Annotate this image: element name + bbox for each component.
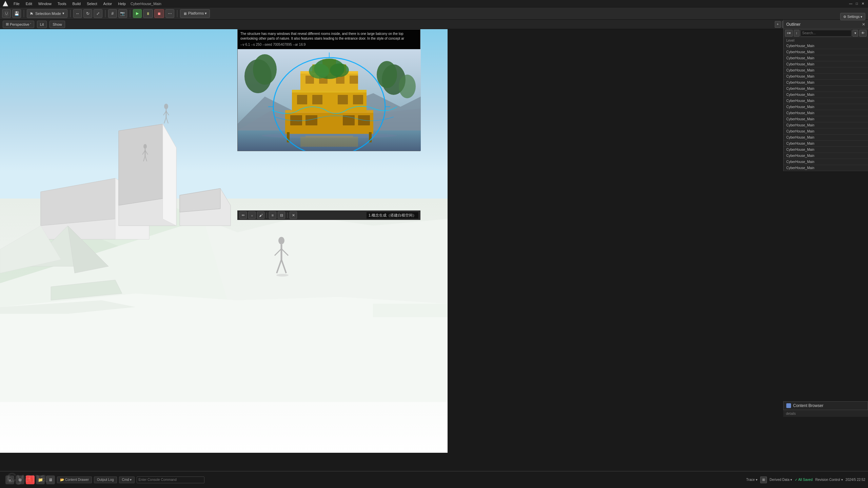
outliner-header: Outliner ✕ [784, 20, 868, 29]
align-right-btn[interactable]: ⊟ [278, 211, 285, 219]
pause-button[interactable]: ⏸ [143, 9, 153, 18]
menu-file[interactable]: File [11, 1, 22, 6]
outliner-item-20[interactable]: CyberHouse_Main [784, 165, 868, 171]
transform-btn[interactable]: ↔ [73, 9, 82, 18]
menu-window[interactable]: Window [36, 1, 54, 6]
outliner-item-14[interactable]: CyberHouse_Main [784, 128, 868, 135]
stop-button[interactable]: ⏹ [154, 9, 164, 18]
outliner-item-11[interactable]: CyberHouse_Main [784, 110, 868, 116]
outliner-title: Outliner [786, 22, 862, 27]
image-editor-toolbar: ✏ ⬦ 🖌 ≡ ⊟ ✕ 1.概念生成（搭建白模空间） [237, 210, 420, 220]
outliner-item-8[interactable]: CyberHouse_Main [784, 92, 868, 98]
save-btn[interactable]: 💾 [12, 9, 21, 18]
minimize-button[interactable]: — [848, 1, 853, 6]
project-name: CyberHouse_Main [131, 2, 161, 6]
outliner-item-7[interactable]: CyberHouse_Main [784, 86, 868, 92]
outliner-item-13[interactable]: CyberHouse_Main [784, 122, 868, 128]
outliner-item-18[interactable]: CyberHouse_Main [784, 153, 868, 159]
app-logo [3, 1, 8, 6]
fill-tool-btn[interactable]: 🖌 [257, 211, 264, 219]
outliner-item-0[interactable]: CyberHouse_Main [784, 43, 868, 49]
unreal-icon[interactable]: U [5, 475, 14, 484]
perspective-dropdown[interactable]: ⊞ Perspective ' [3, 21, 34, 28]
draw-tool-btn[interactable]: ✏ [239, 211, 247, 219]
outliner-filter-btn[interactable]: ≡▾ [785, 30, 793, 37]
play-button[interactable]: ▶ [133, 9, 142, 18]
viewport-3d[interactable]: The structure has many windows that reve… [0, 29, 448, 453]
img-tool-sep-1 [267, 212, 267, 218]
reference-image [238, 49, 421, 151]
more-options-btn[interactable]: ⋯ [165, 9, 174, 18]
outliner-item-3[interactable]: CyberHouse_Main [784, 61, 868, 67]
outliner-close-button[interactable]: ✕ [862, 22, 865, 27]
app-icon-3[interactable]: 🔴 [26, 475, 35, 484]
content-browser-icon [786, 403, 791, 408]
menu-tools[interactable]: Tools [55, 1, 69, 6]
outliner-item-4[interactable]: CyberHouse_Main [784, 67, 868, 74]
svg-rect-79 [300, 137, 358, 147]
outliner-search-input[interactable] [801, 30, 851, 37]
close-button[interactable]: ✕ [861, 1, 865, 6]
outliner-options-btn[interactable]: ▾ [852, 30, 858, 37]
selection-mode-btn[interactable]: Selection Mode ▾ [27, 9, 67, 18]
eraser-tool-btn[interactable]: ⬦ [248, 211, 256, 219]
outliner-item-9[interactable]: CyberHouse_Main [784, 98, 868, 104]
grid-btn[interactable]: # [108, 9, 117, 18]
outliner-item-6[interactable]: CyberHouse_Main [784, 80, 868, 86]
platforms-btn[interactable]: 🖥 Platforms ▾ [180, 9, 210, 18]
content-drawer-btn[interactable]: 📂 Content Drawer [57, 476, 92, 483]
outliner-item-1[interactable]: CyberHouse_Main [784, 49, 868, 55]
scale-btn[interactable]: ⤢ [94, 9, 102, 18]
cmd-dropdown[interactable]: Cmd ▾ [119, 476, 135, 483]
svg-rect-64 [338, 95, 348, 104]
align-left-btn[interactable]: ≡ [269, 211, 276, 219]
outliner-items-list: CyberHouse_Main CyberHouse_Main CyberHou… [784, 43, 868, 171]
floating-reference-panel: The structure has many windows that reve… [237, 29, 420, 151]
outliner-item-16[interactable]: CyberHouse_Main [784, 141, 868, 147]
outliner-item-5[interactable]: CyberHouse_Main [784, 74, 868, 80]
app-icon-5[interactable]: 🖥 [46, 475, 55, 484]
vp-icon-1[interactable]: + [775, 21, 781, 28]
trace-btn[interactable]: Trace ▾ [746, 478, 757, 482]
outliner-eye-btn[interactable]: 👁 [859, 30, 867, 37]
revision-control-btn[interactable]: Revision Control ▾ [815, 478, 843, 482]
menu-select[interactable]: Select [84, 1, 100, 6]
outliner-item-19[interactable]: CyberHouse_Main [784, 159, 868, 165]
status-icon-1[interactable]: ⊞ [760, 476, 767, 483]
menu-actor[interactable]: Actor [101, 1, 115, 6]
svg-point-38 [276, 274, 289, 277]
svg-point-50 [377, 61, 397, 88]
console-input[interactable] [137, 476, 204, 483]
outliner-toolbar: ≡▾ ↕ ▾ 👁 [784, 29, 868, 37]
output-log-btn[interactable]: Output Log [94, 476, 117, 483]
content-browser-panel[interactable]: Content Browser [783, 401, 868, 410]
outliner-level-label: Level [784, 37, 868, 43]
outliner-item-12[interactable]: CyberHouse_Main [784, 116, 868, 122]
svg-point-83 [330, 63, 349, 77]
outliner-sort-btn[interactable]: ↕ [794, 30, 800, 37]
ue-logo-btn[interactable]: U [2, 9, 11, 18]
show-dropdown[interactable]: Show [50, 21, 65, 28]
cam-btn[interactable]: 📷 [118, 9, 127, 18]
main-toolbar: U 💾 Selection Mode ▾ ↔ ↻ ⤢ # 📷 ▶ ⏸ ⏹ ⋯ 🖥… [0, 7, 868, 20]
menu-edit[interactable]: Edit [23, 1, 35, 6]
svg-rect-71 [350, 76, 358, 84]
svg-marker-41 [373, 304, 448, 317]
maximize-button[interactable]: □ [854, 1, 859, 6]
lit-dropdown[interactable]: Lit [37, 21, 47, 28]
outliner-item-2[interactable]: CyberHouse_Main [784, 55, 868, 61]
close-panel-btn[interactable]: ✕ [290, 211, 297, 219]
menu-help[interactable]: Help [115, 1, 129, 6]
app-icon-4[interactable]: 📁 [36, 475, 45, 484]
outliner-item-10[interactable]: CyberHouse_Main [784, 104, 868, 110]
menu-build[interactable]: Build [70, 1, 83, 6]
app-icons: U ⊛ 🔴 📁 🖥 [5, 475, 55, 484]
settings-button[interactable]: ⚙ Settings ▾ [840, 13, 865, 20]
img-tool-sep-2 [287, 212, 288, 218]
outliner-item-15[interactable]: CyberHouse_Main [784, 135, 868, 141]
app-icon-2[interactable]: ⊛ [16, 475, 24, 484]
svg-rect-65 [353, 95, 363, 104]
derived-data-btn[interactable]: Derived Data ▾ [770, 478, 792, 482]
rotate-btn[interactable]: ↻ [83, 9, 92, 18]
outliner-item-17[interactable]: CyberHouse_Main [784, 147, 868, 153]
